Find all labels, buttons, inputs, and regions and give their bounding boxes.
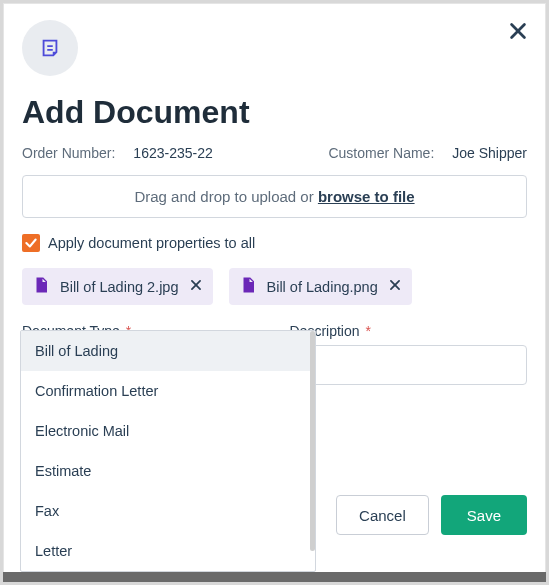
modal-footer: Cancel Save bbox=[336, 495, 527, 535]
cancel-button[interactable]: Cancel bbox=[336, 495, 429, 535]
scrollbar[interactable] bbox=[310, 331, 315, 551]
dropzone-text: Drag and drop to upload or bbox=[134, 188, 317, 205]
customer-name-label: Customer Name: bbox=[328, 145, 434, 161]
upload-dropzone[interactable]: Drag and drop to upload or browse to fil… bbox=[22, 175, 527, 218]
file-chips: Bill of Lading 2.jpg Bill of Lading.png bbox=[22, 268, 527, 305]
description-input[interactable] bbox=[290, 345, 528, 385]
file-chip-name: Bill of Lading 2.jpg bbox=[60, 279, 179, 295]
file-image-icon bbox=[32, 276, 50, 297]
save-button[interactable]: Save bbox=[441, 495, 527, 535]
file-chip: Bill of Lading 2.jpg bbox=[22, 268, 213, 305]
customer-name-value: Joe Shipper bbox=[452, 145, 527, 161]
file-chip: Bill of Lading.png bbox=[229, 268, 412, 305]
meta-row: Order Number: 1623-235-22 Customer Name:… bbox=[22, 145, 527, 161]
required-marker: * bbox=[366, 323, 371, 339]
close-icon bbox=[189, 278, 203, 292]
dropdown-item[interactable]: Bill of Lading bbox=[21, 331, 315, 371]
close-button[interactable] bbox=[507, 20, 529, 46]
dropdown-item[interactable]: Confirmation Letter bbox=[21, 371, 315, 411]
dropdown-item[interactable]: Electronic Mail bbox=[21, 411, 315, 451]
file-chip-name: Bill of Lading.png bbox=[267, 279, 378, 295]
file-chip-remove[interactable] bbox=[388, 278, 402, 295]
check-icon bbox=[24, 236, 38, 250]
dropdown-item[interactable]: Fax bbox=[21, 491, 315, 531]
dropdown-item[interactable]: Estimate bbox=[21, 451, 315, 491]
close-icon bbox=[507, 20, 529, 42]
dropdown-item[interactable]: Letter bbox=[21, 531, 315, 571]
apply-all-row: Apply document properties to all bbox=[22, 234, 527, 252]
file-image-icon bbox=[239, 276, 257, 297]
file-chip-remove[interactable] bbox=[189, 278, 203, 295]
description-field: Description* bbox=[290, 323, 528, 385]
browse-file-link[interactable]: browse to file bbox=[318, 188, 415, 205]
document-type-dropdown[interactable]: Bill of Lading Confirmation Letter Elect… bbox=[20, 330, 316, 572]
background-shadow bbox=[3, 572, 546, 582]
apply-all-label: Apply document properties to all bbox=[48, 235, 255, 251]
order-number-value: 1623-235-22 bbox=[133, 145, 212, 161]
close-icon bbox=[388, 278, 402, 292]
apply-all-checkbox[interactable] bbox=[22, 234, 40, 252]
add-document-modal: Add Document Order Number: 1623-235-22 C… bbox=[3, 3, 546, 582]
modal-title: Add Document bbox=[22, 94, 527, 131]
description-label: Description* bbox=[290, 323, 528, 339]
note-icon bbox=[39, 37, 61, 59]
order-number-label: Order Number: bbox=[22, 145, 115, 161]
modal-icon-badge bbox=[22, 20, 78, 76]
